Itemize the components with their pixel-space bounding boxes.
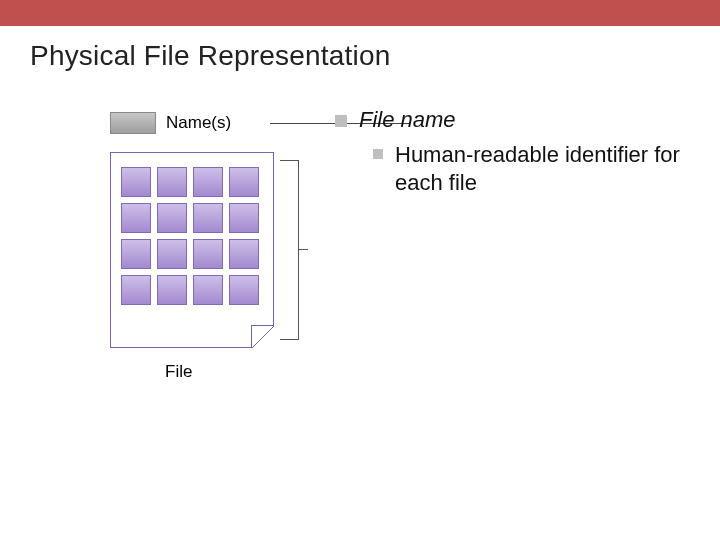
- data-block: [193, 239, 223, 269]
- bullet-level1-text: File name: [359, 107, 456, 133]
- content-area: Name(s): [30, 112, 690, 532]
- bullet-column: File name Human-readable identifier for …: [335, 107, 705, 196]
- data-block: [229, 275, 259, 305]
- slide-body: Physical File Representation Name(s): [0, 26, 720, 540]
- slide-title: Physical File Representation: [30, 40, 690, 72]
- data-block: [229, 203, 259, 233]
- bullet-square-icon: [373, 149, 383, 159]
- data-block: [157, 167, 187, 197]
- data-block: [193, 167, 223, 197]
- data-block: [121, 275, 151, 305]
- name-tag-icon: [110, 112, 156, 134]
- accent-bar: [0, 0, 720, 26]
- file-caption: File: [165, 362, 192, 382]
- data-block: [229, 239, 259, 269]
- data-block: [121, 203, 151, 233]
- data-block: [157, 239, 187, 269]
- block-grid: [121, 167, 259, 305]
- data-block: [121, 239, 151, 269]
- data-block: [121, 167, 151, 197]
- names-label: Name(s): [166, 113, 231, 133]
- bullet-level1: File name: [335, 107, 705, 133]
- data-block: [193, 203, 223, 233]
- bullet-level2-text: Human-readable identifier for each file: [395, 141, 705, 196]
- data-block: [157, 203, 187, 233]
- bullet-square-icon: [335, 115, 347, 127]
- data-block: [157, 275, 187, 305]
- brace-icon: [280, 160, 308, 340]
- bullet-level2: Human-readable identifier for each file: [373, 141, 705, 196]
- file-page-icon: [110, 152, 274, 348]
- file-diagram: Name(s): [100, 112, 360, 134]
- data-block: [193, 275, 223, 305]
- data-block: [229, 167, 259, 197]
